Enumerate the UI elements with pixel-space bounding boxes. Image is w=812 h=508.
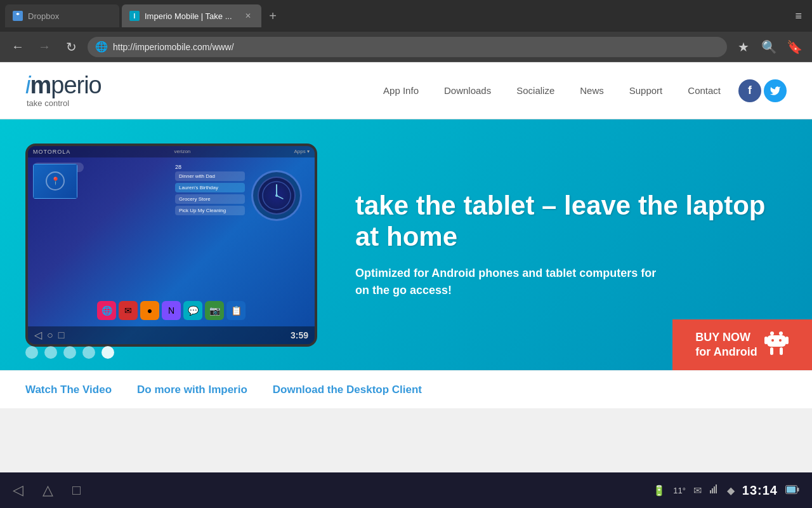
web-content-area: imperio take control App Info Downloads … — [0, 62, 812, 472]
logo-tagline: take control — [27, 98, 102, 108]
buy-now-button[interactable]: BUY NOW for Android — [672, 319, 812, 370]
nav-downloads[interactable]: Downloads — [431, 80, 504, 101]
new-tab-button[interactable]: + — [264, 7, 282, 25]
svg-point-12 — [779, 339, 782, 342]
download-client-link[interactable]: Download the Desktop Client — [273, 384, 422, 396]
nav-socialize[interactable]: Socialize — [504, 80, 567, 101]
twitter-icon[interactable] — [764, 79, 787, 102]
mail-icon: ✉ — [693, 485, 702, 497]
tab-imperio[interactable]: I Imperio Mobile | Take ... ✕ — [122, 4, 261, 27]
battery-charging-icon: 🔋 — [653, 485, 665, 497]
map-widget: 📍 — [33, 164, 77, 199]
site-menu: App Info Downloads Socialize News Suppor… — [370, 80, 733, 101]
slider-dot-3[interactable] — [63, 346, 76, 359]
bottom-links-bar: Watch The Video Do more with Imperio Dow… — [0, 370, 812, 408]
tablet-brand: MOTOROLA — [33, 149, 70, 155]
hero-banner: MOTOROLA verizon Apps ▾ 🔍 Google 📍 — [0, 119, 812, 370]
svg-rect-18 — [797, 488, 799, 491]
bookmark-button[interactable]: 🔖 — [784, 37, 804, 57]
chrome-tab-bar: Dropbox I Imperio Mobile | Take ... ✕ + … — [0, 0, 812, 32]
temperature: 11° — [673, 486, 686, 495]
tablet-bottom-bar: ◁○□ 3:59 — [28, 326, 315, 344]
nav-contact[interactable]: Contact — [675, 80, 733, 101]
site-logo[interactable]: imperio take control — [25, 73, 102, 108]
android-status-bar: 🔋 11° ✉ ◆ 13:14 — [653, 483, 799, 498]
logo-text: imperio — [25, 73, 102, 97]
buy-btn-line1: BUY NOW — [695, 330, 757, 345]
android-system-bar: ◁ △ □ 🔋 11° ✉ ◆ 13:14 — [0, 472, 812, 508]
nav-app-info[interactable]: App Info — [370, 80, 431, 101]
svg-rect-9 — [770, 347, 773, 355]
clock-widget — [251, 170, 302, 221]
android-recents-button[interactable]: □ — [72, 482, 81, 498]
search-button[interactable]: 🔍 — [759, 37, 779, 57]
watch-video-link[interactable]: Watch The Video — [25, 384, 112, 396]
buy-btn-line2: for Android — [695, 345, 757, 359]
do-more-link[interactable]: Do more with Imperio — [137, 384, 247, 396]
svg-rect-6 — [767, 335, 786, 347]
url-text: http://imperiomobile.com/www/ — [113, 42, 234, 52]
tablet-mockup: MOTOROLA verizon Apps ▾ 🔍 Google 📍 — [25, 144, 317, 347]
slider-dot-1[interactable] — [25, 346, 38, 359]
svg-rect-10 — [780, 347, 783, 355]
slider-dot-4[interactable] — [82, 346, 95, 359]
android-robot-icon — [764, 328, 789, 362]
nav-support[interactable]: Support — [617, 80, 676, 101]
svg-rect-14 — [712, 488, 713, 493]
reload-button[interactable]: ↻ — [61, 37, 81, 57]
android-home-button[interactable]: △ — [43, 482, 53, 498]
svg-rect-19 — [787, 486, 796, 493]
dropbox-favicon — [13, 11, 23, 21]
slider-dot-2[interactable] — [44, 346, 57, 359]
app-icons-grid: 🌐 ✉ ● N 💬 📷 📋 — [33, 301, 310, 320]
star-button[interactable]: ★ — [733, 37, 754, 57]
slider-dot-5[interactable] — [102, 346, 114, 359]
close-tab-button[interactable]: ✕ — [242, 10, 254, 22]
address-bar: ← → ↻ 🌐 http://imperiomobile.com/www/ ★ … — [0, 32, 812, 62]
svg-rect-13 — [710, 490, 711, 493]
android-back-button[interactable]: ◁ — [13, 482, 23, 498]
svg-rect-8 — [785, 337, 789, 344]
globe-icon: 🌐 — [95, 41, 108, 53]
forward-button[interactable]: → — [34, 37, 55, 57]
back-button[interactable]: ← — [8, 37, 28, 57]
slider-dots — [25, 346, 114, 359]
dropbox-tab-label: Dropbox — [28, 11, 59, 21]
system-time: 13:14 — [742, 483, 778, 498]
calendar-widget: 28 Dinner with Dad Lauren's Birthday Gro… — [175, 164, 245, 217]
svg-point-11 — [771, 339, 774, 342]
svg-point-5 — [779, 331, 783, 335]
address-actions: ★ 🔍 🔖 — [733, 37, 804, 57]
nav-news[interactable]: News — [567, 80, 617, 101]
battery-level-icon — [785, 484, 799, 497]
chrome-menu-button[interactable]: ≡ — [790, 7, 807, 25]
tab-dropbox[interactable]: Dropbox — [5, 4, 119, 27]
svg-point-3 — [275, 194, 278, 197]
android-nav-buttons: ◁ △ □ — [13, 482, 81, 498]
svg-rect-16 — [716, 485, 717, 493]
dropbox-status-icon: ◆ — [727, 485, 735, 497]
svg-rect-7 — [764, 337, 768, 344]
site-navigation: imperio take control App Info Downloads … — [0, 62, 812, 119]
svg-point-4 — [770, 331, 774, 335]
url-input[interactable]: 🌐 http://imperiomobile.com/www/ — [88, 37, 727, 57]
svg-rect-15 — [714, 486, 715, 493]
social-icons: f — [738, 79, 787, 102]
hero-subtext: Optimized for Android phones and tablet … — [355, 265, 660, 299]
facebook-icon[interactable]: f — [738, 79, 761, 102]
imperio-tab-label: Imperio Mobile | Take ... — [145, 11, 237, 21]
hero-headline: take the tablet – leave the laptop at ho… — [355, 190, 787, 252]
signal-icon — [709, 484, 719, 497]
tablet-carrier: verizon — [174, 149, 191, 154]
hero-text: take the tablet – leave the laptop at ho… — [355, 190, 787, 299]
tablet-time: 3:59 — [291, 330, 308, 340]
imperio-favicon: I — [129, 11, 140, 21]
